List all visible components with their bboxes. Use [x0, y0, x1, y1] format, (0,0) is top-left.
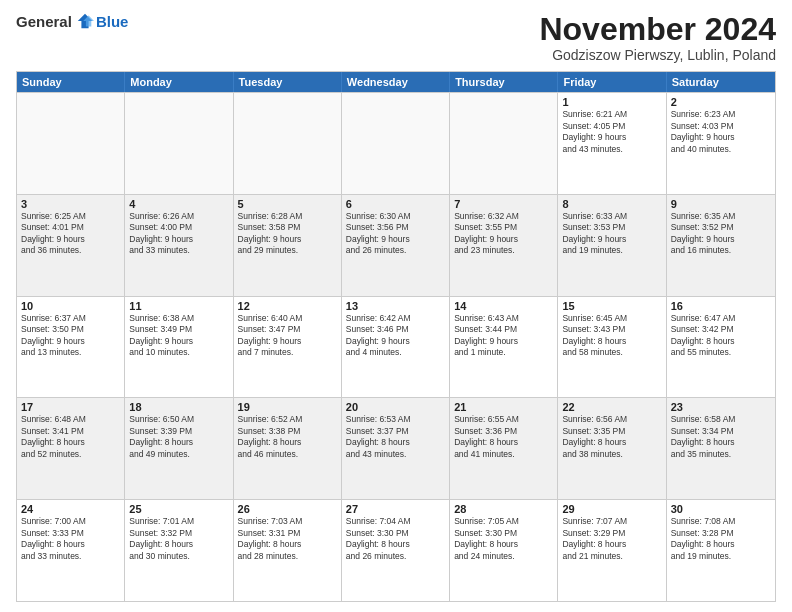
calendar-cell: 8Sunrise: 6:33 AM Sunset: 3:53 PM Daylig… [558, 195, 666, 296]
calendar: Sunday Monday Tuesday Wednesday Thursday… [16, 71, 776, 602]
day-info: Sunrise: 7:00 AM Sunset: 3:33 PM Dayligh… [21, 516, 120, 562]
day-info: Sunrise: 7:07 AM Sunset: 3:29 PM Dayligh… [562, 516, 661, 562]
calendar-cell: 4Sunrise: 6:26 AM Sunset: 4:00 PM Daylig… [125, 195, 233, 296]
day-number: 1 [562, 96, 661, 108]
calendar-cell: 5Sunrise: 6:28 AM Sunset: 3:58 PM Daylig… [234, 195, 342, 296]
header-sunday: Sunday [17, 72, 125, 92]
calendar-row-4: 24Sunrise: 7:00 AM Sunset: 3:33 PM Dayli… [17, 499, 775, 601]
calendar-cell [450, 93, 558, 194]
day-number: 30 [671, 503, 771, 515]
day-number: 17 [21, 401, 120, 413]
day-info: Sunrise: 6:56 AM Sunset: 3:35 PM Dayligh… [562, 414, 661, 460]
day-info: Sunrise: 6:38 AM Sunset: 3:49 PM Dayligh… [129, 313, 228, 359]
day-number: 11 [129, 300, 228, 312]
day-number: 9 [671, 198, 771, 210]
day-info: Sunrise: 6:25 AM Sunset: 4:01 PM Dayligh… [21, 211, 120, 257]
page: General Blue November 2024 Godziszow Pie… [0, 0, 792, 612]
calendar-body: 1Sunrise: 6:21 AM Sunset: 4:05 PM Daylig… [17, 92, 775, 601]
calendar-cell [234, 93, 342, 194]
day-info: Sunrise: 7:03 AM Sunset: 3:31 PM Dayligh… [238, 516, 337, 562]
day-number: 24 [21, 503, 120, 515]
logo-general: General [16, 13, 72, 30]
day-info: Sunrise: 6:33 AM Sunset: 3:53 PM Dayligh… [562, 211, 661, 257]
calendar-cell: 6Sunrise: 6:30 AM Sunset: 3:56 PM Daylig… [342, 195, 450, 296]
day-number: 12 [238, 300, 337, 312]
day-number: 8 [562, 198, 661, 210]
day-number: 27 [346, 503, 445, 515]
day-info: Sunrise: 6:52 AM Sunset: 3:38 PM Dayligh… [238, 414, 337, 460]
day-info: Sunrise: 6:30 AM Sunset: 3:56 PM Dayligh… [346, 211, 445, 257]
day-number: 18 [129, 401, 228, 413]
header: General Blue November 2024 Godziszow Pie… [16, 12, 776, 63]
calendar-cell: 25Sunrise: 7:01 AM Sunset: 3:32 PM Dayli… [125, 500, 233, 601]
calendar-cell: 2Sunrise: 6:23 AM Sunset: 4:03 PM Daylig… [667, 93, 775, 194]
day-info: Sunrise: 7:01 AM Sunset: 3:32 PM Dayligh… [129, 516, 228, 562]
day-number: 2 [671, 96, 771, 108]
day-info: Sunrise: 6:37 AM Sunset: 3:50 PM Dayligh… [21, 313, 120, 359]
calendar-cell: 11Sunrise: 6:38 AM Sunset: 3:49 PM Dayli… [125, 297, 233, 398]
day-number: 10 [21, 300, 120, 312]
logo-icon [76, 12, 94, 30]
day-info: Sunrise: 6:53 AM Sunset: 3:37 PM Dayligh… [346, 414, 445, 460]
calendar-cell: 29Sunrise: 7:07 AM Sunset: 3:29 PM Dayli… [558, 500, 666, 601]
calendar-cell: 22Sunrise: 6:56 AM Sunset: 3:35 PM Dayli… [558, 398, 666, 499]
day-number: 28 [454, 503, 553, 515]
day-number: 21 [454, 401, 553, 413]
calendar-cell: 17Sunrise: 6:48 AM Sunset: 3:41 PM Dayli… [17, 398, 125, 499]
day-info: Sunrise: 6:45 AM Sunset: 3:43 PM Dayligh… [562, 313, 661, 359]
day-info: Sunrise: 6:48 AM Sunset: 3:41 PM Dayligh… [21, 414, 120, 460]
calendar-cell: 15Sunrise: 6:45 AM Sunset: 3:43 PM Dayli… [558, 297, 666, 398]
header-friday: Friday [558, 72, 666, 92]
day-number: 25 [129, 503, 228, 515]
calendar-cell: 12Sunrise: 6:40 AM Sunset: 3:47 PM Dayli… [234, 297, 342, 398]
day-info: Sunrise: 6:47 AM Sunset: 3:42 PM Dayligh… [671, 313, 771, 359]
calendar-cell: 7Sunrise: 6:32 AM Sunset: 3:55 PM Daylig… [450, 195, 558, 296]
day-number: 15 [562, 300, 661, 312]
month-title: November 2024 [539, 12, 776, 47]
day-number: 22 [562, 401, 661, 413]
day-info: Sunrise: 6:32 AM Sunset: 3:55 PM Dayligh… [454, 211, 553, 257]
day-info: Sunrise: 7:04 AM Sunset: 3:30 PM Dayligh… [346, 516, 445, 562]
calendar-cell: 30Sunrise: 7:08 AM Sunset: 3:28 PM Dayli… [667, 500, 775, 601]
day-number: 26 [238, 503, 337, 515]
calendar-cell: 3Sunrise: 6:25 AM Sunset: 4:01 PM Daylig… [17, 195, 125, 296]
day-number: 7 [454, 198, 553, 210]
calendar-cell: 13Sunrise: 6:42 AM Sunset: 3:46 PM Dayli… [342, 297, 450, 398]
day-info: Sunrise: 6:26 AM Sunset: 4:00 PM Dayligh… [129, 211, 228, 257]
title-block: November 2024 Godziszow Pierwszy, Lublin… [539, 12, 776, 63]
calendar-cell: 20Sunrise: 6:53 AM Sunset: 3:37 PM Dayli… [342, 398, 450, 499]
day-info: Sunrise: 6:58 AM Sunset: 3:34 PM Dayligh… [671, 414, 771, 460]
day-info: Sunrise: 6:35 AM Sunset: 3:52 PM Dayligh… [671, 211, 771, 257]
day-number: 5 [238, 198, 337, 210]
day-info: Sunrise: 7:05 AM Sunset: 3:30 PM Dayligh… [454, 516, 553, 562]
calendar-cell [342, 93, 450, 194]
logo-blue: Blue [96, 13, 129, 30]
calendar-cell: 19Sunrise: 6:52 AM Sunset: 3:38 PM Dayli… [234, 398, 342, 499]
day-number: 16 [671, 300, 771, 312]
day-info: Sunrise: 6:50 AM Sunset: 3:39 PM Dayligh… [129, 414, 228, 460]
day-number: 23 [671, 401, 771, 413]
day-info: Sunrise: 7:08 AM Sunset: 3:28 PM Dayligh… [671, 516, 771, 562]
calendar-row-2: 10Sunrise: 6:37 AM Sunset: 3:50 PM Dayli… [17, 296, 775, 398]
subtitle: Godziszow Pierwszy, Lublin, Poland [539, 47, 776, 63]
day-info: Sunrise: 6:21 AM Sunset: 4:05 PM Dayligh… [562, 109, 661, 155]
header-wednesday: Wednesday [342, 72, 450, 92]
day-info: Sunrise: 6:23 AM Sunset: 4:03 PM Dayligh… [671, 109, 771, 155]
calendar-cell: 26Sunrise: 7:03 AM Sunset: 3:31 PM Dayli… [234, 500, 342, 601]
calendar-cell [125, 93, 233, 194]
calendar-cell: 23Sunrise: 6:58 AM Sunset: 3:34 PM Dayli… [667, 398, 775, 499]
day-info: Sunrise: 6:43 AM Sunset: 3:44 PM Dayligh… [454, 313, 553, 359]
header-monday: Monday [125, 72, 233, 92]
day-info: Sunrise: 6:40 AM Sunset: 3:47 PM Dayligh… [238, 313, 337, 359]
calendar-row-1: 3Sunrise: 6:25 AM Sunset: 4:01 PM Daylig… [17, 194, 775, 296]
header-thursday: Thursday [450, 72, 558, 92]
calendar-cell: 18Sunrise: 6:50 AM Sunset: 3:39 PM Dayli… [125, 398, 233, 499]
day-number: 6 [346, 198, 445, 210]
calendar-cell: 28Sunrise: 7:05 AM Sunset: 3:30 PM Dayli… [450, 500, 558, 601]
logo: General Blue [16, 12, 128, 30]
calendar-cell: 16Sunrise: 6:47 AM Sunset: 3:42 PM Dayli… [667, 297, 775, 398]
day-number: 3 [21, 198, 120, 210]
calendar-row-3: 17Sunrise: 6:48 AM Sunset: 3:41 PM Dayli… [17, 397, 775, 499]
day-info: Sunrise: 6:55 AM Sunset: 3:36 PM Dayligh… [454, 414, 553, 460]
calendar-row-0: 1Sunrise: 6:21 AM Sunset: 4:05 PM Daylig… [17, 92, 775, 194]
